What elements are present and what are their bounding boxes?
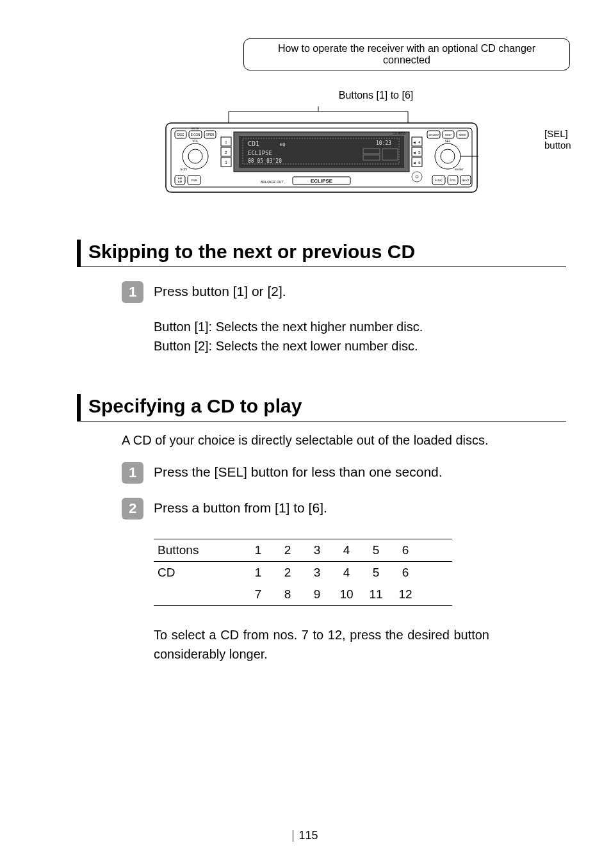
svg-text:AM: AM <box>178 180 183 183</box>
table-cell: 3 <box>302 562 332 584</box>
table-cell: 4 <box>332 539 361 562</box>
table-cell: 1 <box>243 562 273 584</box>
device-diagram: Buttons [1] to [6] DISC E-CON OPEN MUTE <box>77 90 566 201</box>
svg-text:10:23: 10:23 <box>376 140 391 146</box>
sel-label-line2: button <box>544 140 571 151</box>
svg-text:DISC: DISC <box>177 133 185 136</box>
svg-text:SOUND: SOUND <box>428 133 439 136</box>
table-cell: 5 <box>361 539 391 562</box>
svg-text:RTN: RTN <box>450 179 456 182</box>
car-receiver-illustration: DISC E-CON OPEN MUTE VOL E-SV FMAM PWR B… <box>165 105 478 201</box>
svg-text:CD1: CD1 <box>248 140 259 147</box>
table-header-buttons: Buttons <box>154 539 243 562</box>
table-cell: 6 <box>391 539 420 562</box>
svg-text:FUNC: FUNC <box>435 179 443 182</box>
section2-note: To select a CD from nos. 7 to 12, press … <box>154 625 489 664</box>
section2-step2: 2 Press a button from [1] to [6]. <box>122 498 566 520</box>
diagram-top-caption: Buttons [1] to [6] <box>186 90 566 101</box>
button-cd-mapping-table: Buttons 1 2 3 4 5 6 CD 1 2 3 4 5 6 7 8 9… <box>154 539 452 606</box>
table-cell: 1 <box>243 539 273 562</box>
step-badge-1b: 1 <box>122 462 143 484</box>
section2-intro: A CD of your choice is directly selectab… <box>122 433 566 448</box>
svg-text:VOL: VOL <box>192 140 199 143</box>
svg-text:PWR: PWR <box>191 179 197 182</box>
step-badge-2: 2 <box>122 498 143 520</box>
svg-text:◀: ◀ <box>413 140 416 144</box>
table-cell: 5 <box>361 562 391 584</box>
table-cell: 7 <box>243 584 273 606</box>
svg-text:E-SV: E-SV <box>181 168 188 171</box>
header-breadcrumb: How to operate the receiver with an opti… <box>243 38 570 70</box>
svg-point-61 <box>441 149 455 163</box>
svg-text:ECLIPSE: ECLIPSE <box>311 178 333 184</box>
svg-text:DISP: DISP <box>445 133 452 136</box>
svg-text:CD 8053: CD 8053 <box>393 131 405 135</box>
section1-sub2: Button [2]: Selects the next lower numbe… <box>154 336 566 356</box>
table-cell: 9 <box>302 584 332 606</box>
step-badge-1: 1 <box>122 281 143 303</box>
svg-text:E-CON: E-CON <box>191 133 200 136</box>
sel-label-line1: [SEL] <box>544 128 568 139</box>
svg-text:ECLIPSE: ECLIPSE <box>248 150 272 156</box>
svg-text:OPEN: OPEN <box>206 133 215 136</box>
section-heading-skipping: Skipping to the next or previous CD <box>77 240 566 267</box>
page-number: 115 <box>0 829 611 842</box>
section2-step2-text: Press a button from [1] to [6]. <box>154 498 327 516</box>
svg-text:08 05  03'20: 08 05 03'20 <box>248 158 282 164</box>
table-cell: 4 <box>332 562 361 584</box>
section1-step1: 1 Press button [1] or [2]. <box>122 281 566 303</box>
section2-step1-text: Press the [SEL] button for less than one… <box>154 462 443 480</box>
table-cell: 8 <box>273 584 302 606</box>
svg-text:SEEK: SEEK <box>459 133 466 136</box>
table-cell: 11 <box>361 584 391 606</box>
section1-sublines: Button [1]: Selects the next higher numb… <box>154 317 566 356</box>
table-cell: 6 <box>391 562 420 584</box>
svg-text:EQ: EQ <box>280 142 285 147</box>
table-cell: 2 <box>273 539 302 562</box>
section1-sub1: Button [1]: Selects the next higher numb… <box>154 317 566 336</box>
table-cell: 2 <box>273 562 302 584</box>
svg-text:MUTE: MUTE <box>191 127 199 130</box>
svg-text:NEXT: NEXT <box>462 179 469 182</box>
table-row-label-cd: CD <box>154 562 243 584</box>
table-cell: 3 <box>302 539 332 562</box>
svg-point-14 <box>188 149 202 163</box>
svg-text:RESET: RESET <box>455 168 464 171</box>
section1-step1-text: Press button [1] or [2]. <box>154 281 286 299</box>
svg-text:◀: ◀ <box>413 161 416 165</box>
svg-text:BALANCE OUT: BALANCE OUT <box>261 180 284 184</box>
sel-button-callout: [SEL] button <box>544 128 571 151</box>
svg-text:SEL: SEL <box>445 140 451 143</box>
section-heading-specifying: Specifying a CD to play <box>77 394 566 422</box>
table-cell: 10 <box>332 584 361 606</box>
section2-step1: 1 Press the [SEL] button for less than o… <box>122 462 566 484</box>
table-cell: 12 <box>391 584 420 606</box>
svg-text:◀: ◀ <box>413 151 416 154</box>
